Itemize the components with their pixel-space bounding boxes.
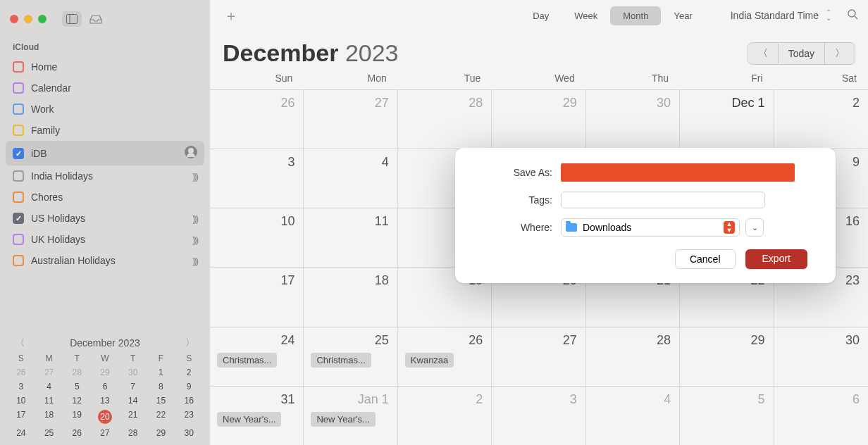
mini-day[interactable]: 7 <box>119 382 147 391</box>
day-cell[interactable]: 25Christmas... <box>304 327 397 386</box>
mini-day[interactable]: 26 <box>63 428 91 438</box>
day-cell[interactable]: 24Christmas... <box>210 327 304 386</box>
mini-day[interactable]: 29 <box>147 428 175 438</box>
view-week[interactable]: Week <box>562 6 610 25</box>
mini-day[interactable]: 30 <box>175 428 203 438</box>
day-cell[interactable]: 6 <box>774 386 868 445</box>
mini-day[interactable]: 25 <box>35 428 63 438</box>
day-cell[interactable]: 29 <box>492 89 585 149</box>
calendars-toggle-button[interactable] <box>62 11 82 27</box>
day-cell[interactable]: 10 <box>210 208 304 267</box>
calendar-item-work[interactable]: Work <box>6 99 204 120</box>
day-cell[interactable]: 4 <box>304 149 397 208</box>
next-month-button[interactable]: 〉 <box>824 43 855 64</box>
day-cell[interactable]: 3 <box>210 149 304 208</box>
mini-day[interactable]: 14 <box>119 396 147 406</box>
mini-day[interactable]: 2 <box>175 368 203 377</box>
prev-month-button[interactable]: 〈 <box>748 43 778 64</box>
mini-day[interactable]: 27 <box>91 428 119 438</box>
calendar-item-calendar[interactable]: Calendar <box>6 77 204 99</box>
calendar-checkbox[interactable] <box>13 125 24 136</box>
window-close-button[interactable] <box>10 15 18 23</box>
day-cell[interactable]: Dec 1 <box>680 89 774 149</box>
day-cell[interactable]: 5 <box>680 386 774 445</box>
day-cell[interactable]: 28 <box>586 327 680 386</box>
day-cell[interactable]: 11 <box>304 208 397 267</box>
view-segmented-control[interactable]: DayWeekMonthYear <box>520 6 705 25</box>
day-cell[interactable]: 27 <box>304 89 397 149</box>
calendar-checkbox[interactable] <box>13 255 24 266</box>
expand-save-panel-button[interactable]: ⌄ <box>745 218 764 237</box>
event-pill[interactable]: New Year's... <box>311 412 375 427</box>
mini-day[interactable]: 21 <box>119 410 147 424</box>
calendar-checkbox[interactable] <box>13 234 24 245</box>
calendar-checkbox[interactable] <box>13 148 24 159</box>
mini-day[interactable]: 20 <box>98 410 112 424</box>
event-pill[interactable]: Christmas... <box>217 353 277 368</box>
timezone-selector[interactable]: India Standard Time ⌃⌄ <box>731 10 831 21</box>
search-button[interactable] <box>847 8 858 23</box>
mini-day[interactable]: 30 <box>119 368 147 377</box>
mini-day[interactable]: 16 <box>175 396 203 406</box>
mini-day[interactable]: 15 <box>147 396 175 406</box>
event-pill[interactable]: Kwanzaa <box>405 353 454 368</box>
export-button[interactable]: Export <box>745 249 807 269</box>
cancel-button[interactable]: Cancel <box>675 249 736 269</box>
day-cell[interactable]: 26 <box>210 89 304 149</box>
calendar-item-us-holidays[interactable]: US Holidays))) <box>6 208 204 229</box>
calendar-item-family[interactable]: Family <box>6 120 204 141</box>
window-zoom-button[interactable] <box>38 15 46 23</box>
calendar-item-home[interactable]: Home <box>6 56 204 77</box>
day-cell[interactable]: 2 <box>398 386 492 445</box>
mini-day[interactable]: 4 <box>35 382 63 391</box>
inbox-button[interactable] <box>86 11 106 27</box>
calendar-item-australian-holidays[interactable]: Australian Holidays))) <box>6 250 204 271</box>
view-year[interactable]: Year <box>661 6 705 25</box>
mini-day[interactable]: 26 <box>7 368 35 377</box>
calendar-item-idb[interactable]: iDB <box>6 141 204 165</box>
save-as-field[interactable] <box>561 163 795 182</box>
day-cell[interactable]: 4 <box>586 386 680 445</box>
day-cell[interactable]: 3 <box>492 386 585 445</box>
day-cell[interactable]: 30 <box>586 89 680 149</box>
day-cell[interactable]: 27 <box>492 327 585 386</box>
mini-day[interactable]: 9 <box>175 382 203 391</box>
mini-day[interactable]: 11 <box>35 396 63 406</box>
mini-day[interactable]: 10 <box>7 396 35 406</box>
mini-prev-month[interactable]: 〈 <box>13 337 27 349</box>
tags-field[interactable] <box>561 192 765 208</box>
day-cell[interactable]: 30 <box>774 327 868 386</box>
day-cell[interactable]: Jan 1New Year's... <box>304 386 397 445</box>
calendar-checkbox[interactable] <box>13 61 24 73</box>
calendar-checkbox[interactable] <box>13 82 24 94</box>
day-cell[interactable]: 26Kwanzaa <box>398 327 492 386</box>
calendar-checkbox[interactable] <box>13 192 24 203</box>
add-event-button[interactable]: ＋ <box>224 6 238 25</box>
mini-day[interactable]: 22 <box>147 410 175 424</box>
window-minimize-button[interactable] <box>24 15 32 23</box>
calendar-checkbox[interactable] <box>13 104 24 115</box>
mini-day[interactable]: 8 <box>147 382 175 391</box>
where-location-popup[interactable]: Downloads ▲▼ <box>561 218 740 237</box>
event-pill[interactable]: Christmas... <box>311 353 371 368</box>
view-day[interactable]: Day <box>520 6 562 25</box>
mini-day[interactable]: 6 <box>91 382 119 391</box>
calendar-item-uk-holidays[interactable]: UK Holidays))) <box>6 229 204 250</box>
mini-day[interactable]: 17 <box>7 410 35 424</box>
calendar-item-india-holidays[interactable]: India Holidays))) <box>6 165 204 187</box>
day-cell[interactable]: 31New Year's... <box>210 386 304 445</box>
day-cell[interactable]: 29 <box>680 327 774 386</box>
view-month[interactable]: Month <box>610 6 661 25</box>
day-cell[interactable]: 28 <box>398 89 492 149</box>
calendar-checkbox[interactable] <box>13 213 24 224</box>
mini-day[interactable]: 12 <box>63 396 91 406</box>
mini-day[interactable]: 13 <box>91 396 119 406</box>
mini-next-month[interactable]: 〉 <box>182 337 197 349</box>
mini-day[interactable]: 24 <box>7 428 35 438</box>
event-pill[interactable]: New Year's... <box>217 412 281 427</box>
mini-day[interactable]: 3 <box>7 382 35 391</box>
day-cell[interactable]: 17 <box>210 267 304 326</box>
calendar-checkbox[interactable] <box>13 170 24 182</box>
mini-day[interactable]: 27 <box>35 368 63 377</box>
mini-day[interactable]: 18 <box>35 410 63 424</box>
